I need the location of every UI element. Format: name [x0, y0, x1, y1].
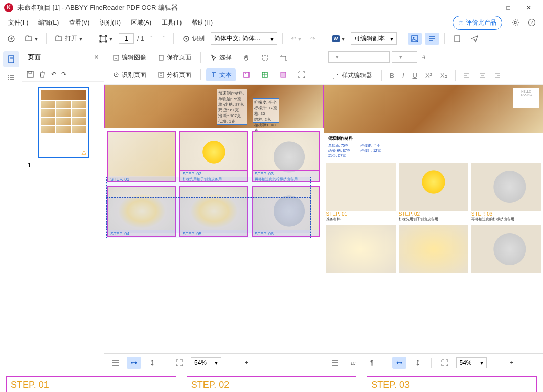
undo-button[interactable]: ↶ ▾ — [288, 33, 304, 44]
list-rail-button[interactable] — [3, 70, 19, 86]
font-style-button[interactable]: A — [419, 52, 428, 63]
style-editor-button[interactable]: 样式编辑器 — [328, 69, 376, 82]
page-number-input[interactable] — [119, 33, 134, 44]
menu-file[interactable]: 文件(F) — [4, 17, 32, 29]
svg-text:¶: ¶ — [370, 359, 373, 366]
delete-page-icon[interactable] — [39, 71, 46, 78]
open-split-button[interactable]: ▾ — [21, 33, 41, 45]
recognize-button[interactable]: 识别 — [179, 32, 208, 45]
new-button[interactable] — [4, 33, 18, 45]
svg-text:æ: æ — [351, 360, 356, 366]
editor-zoom-dropdown[interactable]: 54%▾ — [191, 357, 221, 368]
fit-width-button[interactable] — [127, 357, 141, 369]
svg-point-0 — [514, 21, 516, 24]
text-preview-viewport[interactable]: HELLO BAKING 蛋糕制作材料 单软油: 75克幼 砂 糖: 87克鸡 … — [324, 85, 544, 353]
step-image-6[interactable]: STEP. 06 — [252, 186, 321, 237]
menu-tools[interactable]: 工具(T) — [157, 17, 186, 29]
preview-zoom-dropdown[interactable]: 54%▾ — [456, 357, 487, 368]
step-image-4[interactable]: STEP. 04 — [107, 186, 176, 237]
prev-show-para-button[interactable]: ¶ — [365, 357, 379, 369]
bottom-detail-viewport[interactable]: STEP. 01 准备材料 STEP. 02 柠檬先用刨子刨出皮备用 STEP.… — [0, 372, 543, 392]
text-area-button[interactable]: 文本 — [206, 68, 236, 81]
image-view-button[interactable] — [408, 33, 422, 45]
table-area-button[interactable] — [257, 69, 273, 80]
prev-zoom-in-button[interactable]: + — [507, 357, 517, 368]
align-left-button[interactable] — [461, 71, 473, 81]
save-page-button[interactable]: 保存页面 — [153, 51, 195, 64]
crop-tool-button[interactable] — [276, 52, 291, 63]
pages-rail-button[interactable] — [3, 51, 19, 67]
capture-button[interactable]: ▾ — [96, 33, 116, 45]
redo-page-icon[interactable]: ↷ — [61, 71, 66, 78]
pages-panel-close-button[interactable]: × — [94, 53, 99, 62]
prev-expand-button[interactable] — [438, 357, 452, 369]
rate-product-button[interactable]: ☆ 评价此产品 — [452, 16, 502, 30]
preview-step-3 — [471, 163, 541, 211]
align-right-button[interactable] — [491, 71, 504, 81]
recognize-page-button[interactable]: 识别页面 — [108, 68, 150, 81]
redo-button[interactable]: ↷ — [307, 33, 319, 44]
prev-show-chars-button[interactable]: æ — [347, 357, 361, 369]
analyze-page-button[interactable]: 分析页面 — [153, 68, 195, 81]
undo-page-icon[interactable]: ↶ — [51, 71, 56, 78]
menu-edit[interactable]: 编辑(E) — [34, 17, 63, 29]
zoom-out-button[interactable]: — — [225, 357, 238, 368]
font-size-dropdown[interactable]: ▾ — [392, 51, 417, 63]
recipe-text-area-1[interactable]: 加速制作材料: 单软油: 75克幼 砂 糖: 87克 鸡 蛋: 67克泡 粉: … — [217, 89, 247, 125]
subscript-button[interactable]: X₂ — [438, 70, 450, 81]
save-page-icon[interactable] — [27, 71, 34, 78]
fit-height-button[interactable] — [145, 357, 160, 369]
step-image-2[interactable]: STEP. 02柠檬先用刨子刨出皮备用 — [179, 131, 248, 182]
page-up-button[interactable]: ˄ — [147, 33, 156, 44]
expand-button[interactable] — [172, 357, 187, 369]
help-icon[interactable]: ? — [525, 16, 539, 29]
output-mode-dropdown[interactable]: 可编辑副本▾ — [351, 32, 397, 45]
send-button[interactable] — [467, 33, 482, 45]
settings-icon[interactable] — [508, 16, 523, 29]
open-file-button[interactable]: 打开 ▾ — [52, 32, 85, 45]
export-pdf-button[interactable] — [450, 33, 464, 45]
hero-image-area[interactable] — [104, 85, 324, 128]
minimize-button[interactable]: ─ — [478, 1, 498, 15]
barcode-area-button[interactable] — [276, 69, 291, 80]
menu-area[interactable]: 区域(A) — [127, 17, 155, 29]
select-tool-button[interactable]: 选择 — [206, 51, 236, 64]
text-view-button[interactable] — [425, 33, 439, 45]
prev-fit-width-button[interactable] — [392, 357, 406, 369]
marquee-tool-button[interactable] — [257, 52, 273, 63]
fit-page-button[interactable] — [108, 357, 123, 369]
image-editor-viewport[interactable]: 加速制作材料: 单软油: 75克幼 砂 糖: 87克 鸡 蛋: 67克泡 粉: … — [104, 85, 324, 353]
align-center-button[interactable] — [476, 71, 488, 81]
close-button[interactable]: ✕ — [518, 1, 539, 15]
superscript-button[interactable]: X² — [423, 70, 435, 81]
svg-text:?: ? — [530, 20, 533, 25]
language-dropdown[interactable]: 简体中文; 简体…▾ — [211, 32, 277, 45]
page-thumbnail-1[interactable] — [38, 87, 89, 158]
recipe-text-area-2[interactable]: 柠檬皮: 半个柠檬汁: 12克 核: 30肉桂: 2克核桃碎1: 40克 — [253, 98, 279, 123]
picture-area-button[interactable] — [239, 69, 254, 80]
recognition-area-button[interactable] — [294, 69, 309, 80]
menu-help[interactable]: 帮助(H) — [188, 17, 217, 29]
hand-tool-button[interactable] — [239, 52, 254, 63]
italic-button[interactable]: I — [400, 70, 407, 81]
svg-rect-14 — [159, 55, 163, 60]
page-total-label: / 1 — [137, 35, 144, 42]
zoom-in-button[interactable]: + — [242, 357, 252, 368]
maximize-button[interactable]: □ — [498, 1, 518, 15]
step-image-5[interactable]: STEP. 05 — [179, 186, 248, 237]
bold-button[interactable]: B — [387, 70, 397, 81]
prev-zoom-out-button[interactable]: — — [491, 357, 503, 368]
word-export-button[interactable]: W ▾ — [329, 33, 348, 44]
prev-fit-page-button[interactable] — [328, 357, 343, 369]
menu-view[interactable]: 查看(V) — [65, 17, 94, 29]
menu-recognize[interactable]: 识别(R) — [96, 17, 125, 29]
underline-button[interactable]: U — [410, 70, 420, 81]
svg-rect-12 — [29, 71, 32, 73]
step-image-3[interactable]: STEP. 03再将刨过皮的柠檬挤出备用 — [252, 131, 321, 182]
font-family-dropdown[interactable]: ▾ — [328, 51, 390, 63]
step-image-1[interactable]: STEP. 01 — [107, 131, 176, 182]
page-down-button[interactable]: ˅ — [159, 33, 168, 44]
edit-image-button[interactable]: 编辑图像 — [108, 51, 150, 64]
prev-fit-height-button[interactable] — [411, 357, 425, 369]
svg-rect-22 — [281, 72, 286, 77]
